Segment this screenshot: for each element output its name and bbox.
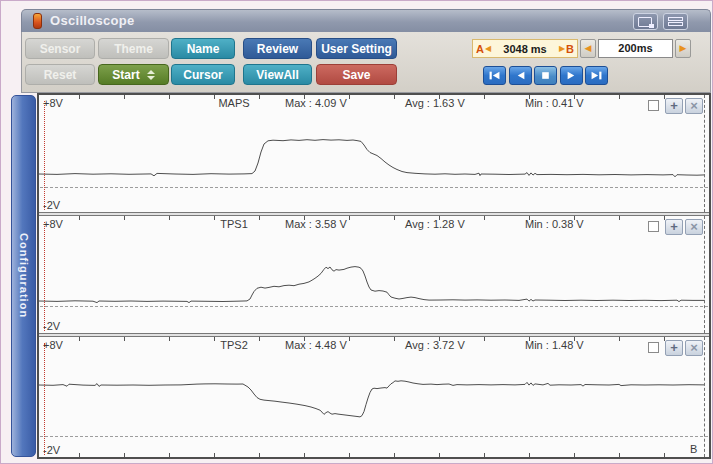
channel-name: MAPS xyxy=(189,97,279,109)
step-back-icon xyxy=(514,70,527,81)
app-window: Oscilloscope Sensor Theme Name Review Us… xyxy=(0,0,713,464)
start-button-label: Start xyxy=(112,68,139,82)
avg-value: Avg : 3.72 V xyxy=(405,339,465,351)
top-voltage-label: +8V xyxy=(43,97,63,109)
marker-b-label: B xyxy=(566,43,574,55)
name-button[interactable]: Name xyxy=(171,38,235,59)
configuration-tab-label: Configuration xyxy=(18,233,30,318)
voltage-axis xyxy=(44,222,45,331)
waveform-tps2 xyxy=(39,337,709,457)
tile-icon xyxy=(668,17,682,26)
close-channel-button[interactable]: × xyxy=(685,340,703,356)
marker-a-arrow-icon: ◀ xyxy=(485,44,491,53)
max-value: Max : 4.48 V xyxy=(285,339,347,351)
marker-b-line xyxy=(704,337,705,457)
step-forward-button[interactable] xyxy=(560,66,583,85)
user-setting-button[interactable]: User Setting xyxy=(316,38,397,59)
min-value: Min : 0.38 V xyxy=(525,218,584,230)
waveform-maps xyxy=(39,95,709,212)
skip-first-button[interactable] xyxy=(483,66,506,85)
start-button[interactable]: Start xyxy=(98,64,169,85)
channel-checkbox[interactable] xyxy=(648,100,659,111)
sensor-button[interactable]: Sensor xyxy=(25,38,95,59)
max-value: Max : 3.58 V xyxy=(285,218,347,230)
zoom-in-button[interactable]: + xyxy=(665,340,683,356)
bottom-voltage-label: -2V xyxy=(43,320,60,332)
display-window-button[interactable] xyxy=(633,13,658,30)
timebase-increase-button[interactable]: ▶ xyxy=(675,39,691,58)
skip-first-icon xyxy=(488,70,501,81)
review-button[interactable]: Review xyxy=(243,38,312,59)
max-value: Max : 4.09 V xyxy=(285,97,347,109)
ab-range-field[interactable]: A ◀ 3048 ms ▶ B xyxy=(472,39,578,58)
app-icon xyxy=(33,13,42,29)
marker-b-flag: B xyxy=(690,443,697,455)
close-channel-button[interactable]: × xyxy=(685,219,703,235)
tile-layout-button[interactable] xyxy=(663,13,688,30)
channel-tps2: +8V TPS2 Max : 4.48 V Avg : 3.72 V Min :… xyxy=(39,337,709,457)
channel-name: TPS1 xyxy=(189,218,279,230)
cursor-button[interactable]: Cursor xyxy=(171,64,235,85)
top-voltage-label: +8V xyxy=(43,339,63,351)
zero-reference-line xyxy=(40,306,708,307)
stop-icon xyxy=(539,70,552,81)
zero-reference-line xyxy=(40,436,708,437)
viewall-button[interactable]: ViewAll xyxy=(243,64,312,85)
step-forward-icon xyxy=(565,70,578,81)
skip-last-button[interactable] xyxy=(585,66,608,85)
channel-tps1: +8V TPS1 Max : 3.58 V Avg : 1.28 V Min :… xyxy=(39,216,709,333)
title-bar[interactable]: Oscilloscope xyxy=(21,9,711,32)
min-value: Min : 0.41 V xyxy=(525,97,584,109)
window-title: Oscilloscope xyxy=(50,13,135,28)
scope-plot-area: +8V MAPS Max : 4.09 V Avg : 1.63 V Min :… xyxy=(37,93,711,459)
zoom-in-button[interactable]: + xyxy=(665,98,683,114)
zoom-in-button[interactable]: + xyxy=(665,219,683,235)
voltage-axis xyxy=(44,343,45,455)
avg-value: Avg : 1.63 V xyxy=(405,97,465,109)
marker-b-line xyxy=(704,95,705,212)
configuration-tab[interactable]: Configuration xyxy=(11,95,36,457)
marker-a-label: A xyxy=(476,43,484,55)
voltage-axis xyxy=(44,101,45,210)
step-back-button[interactable] xyxy=(509,66,532,85)
reset-button[interactable]: Reset xyxy=(25,64,95,85)
ab-range-value: 3048 ms xyxy=(492,43,558,55)
channel-name: TPS2 xyxy=(189,339,279,351)
channel-checkbox[interactable] xyxy=(648,221,659,232)
display-icon xyxy=(638,17,652,27)
marker-b-arrow-icon: ▶ xyxy=(559,44,565,53)
skip-last-icon xyxy=(590,70,603,81)
timebase-value-field[interactable]: 200ms xyxy=(598,39,673,58)
avg-value: Avg : 1.28 V xyxy=(405,218,465,230)
channel-maps: +8V MAPS Max : 4.09 V Avg : 1.63 V Min :… xyxy=(39,95,709,212)
updown-icon xyxy=(146,70,155,80)
bottom-voltage-label: -2V xyxy=(43,444,60,456)
zero-reference-line xyxy=(40,187,708,188)
channel-checkbox[interactable] xyxy=(648,342,659,353)
waveform-tps1 xyxy=(39,216,709,333)
min-value: Min : 1.48 V xyxy=(525,339,584,351)
save-button[interactable]: Save xyxy=(316,64,397,85)
top-voltage-label: +8V xyxy=(43,218,63,230)
bottom-voltage-label: -2V xyxy=(43,199,60,211)
toolbar: Sensor Theme Name Review User Setting Re… xyxy=(21,32,711,93)
close-channel-button[interactable]: × xyxy=(685,98,703,114)
marker-b-line xyxy=(704,216,705,333)
stop-button[interactable] xyxy=(534,66,557,85)
timebase-decrease-button[interactable]: ◀ xyxy=(580,39,596,58)
theme-button[interactable]: Theme xyxy=(98,38,169,59)
